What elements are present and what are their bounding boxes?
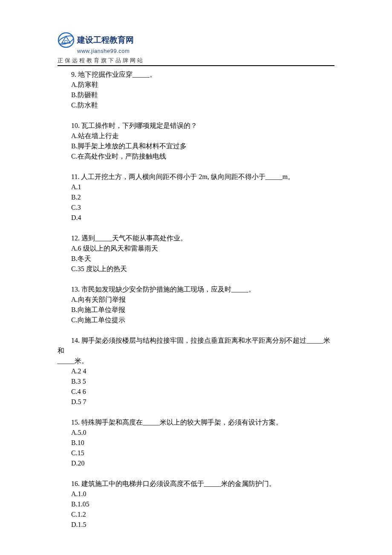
question-text: 15. 特殊脚手架和高度在_____米以上的较大脚手架，必须有设计方案。 <box>58 417 334 428</box>
option: B.防砸鞋 <box>58 90 334 100</box>
page: 建设工程教育网 www.jianshe99.com 正保远程教育旗下品牌网站 9… <box>0 0 392 555</box>
question-12: 12. 遇到_____天气不能从事高处作业。 A.6 级以上的风天和雷暴雨天 B… <box>58 233 334 274</box>
option: D.4 <box>58 213 334 223</box>
question-text: 9. 地下挖掘作业应穿_____。 <box>58 69 334 80</box>
option: B.冬天 <box>58 254 334 264</box>
option: C.4 6 <box>58 387 334 397</box>
question-16: 16. 建筑施工中的电梯井口必须设高度不低于_____米的金属防护门。 A.1.… <box>58 479 334 530</box>
option: B.1.05 <box>58 499 334 509</box>
option: D.1.5 <box>58 520 334 530</box>
question-13: 13. 市民如发现缺少安全防护措施的施工现场，应及时_____。 A.向有关部门… <box>58 284 334 325</box>
question-10: 10. 瓦工操作时，下列哪项规定是错误的？ A.站在墙上行走 B.脚手架上堆放的… <box>58 121 334 162</box>
question-text: 10. 瓦工操作时，下列哪项规定是错误的？ <box>58 121 334 131</box>
option: A.防寒鞋 <box>58 80 334 90</box>
question-15: 15. 特殊脚手架和高度在_____米以上的较大脚手架，必须有设计方案。 A.5… <box>58 417 334 468</box>
option: C.3 <box>58 202 334 213</box>
content: 9. 地下挖掘作业应穿_____。 A.防寒鞋 B.防砸鞋 C.防水鞋 10. … <box>58 69 334 530</box>
option: D.20 <box>58 458 334 468</box>
question-text: 12. 遇到_____天气不能从事高处作业。 <box>58 233 334 243</box>
header: 建设工程教育网 www.jianshe99.com 正保远程教育旗下品牌网站 <box>58 32 334 66</box>
option: D.5 7 <box>58 397 334 407</box>
option: C.防水鞋 <box>58 100 334 110</box>
question-14: 14. 脚手架必须按楼层与结构拉接牢固，拉接点垂直距离和水平距离分别不超过___… <box>58 335 334 407</box>
option: B.向施工单位举报 <box>58 305 334 315</box>
option: A.向有关部门举报 <box>58 295 334 305</box>
option: A.站在墙上行走 <box>58 131 334 141</box>
option: A.1.0 <box>58 489 334 499</box>
question-text-cont: _____米。 <box>58 356 334 366</box>
option: B.2 <box>58 192 334 202</box>
question-text: 16. 建筑施工中的电梯井口必须设高度不低于_____米的金属防护门。 <box>58 479 334 489</box>
option: A.1 <box>58 182 334 192</box>
question-text: 11. 人工开挖土方，两人横向间距不得小于 2m, 纵向间距不得小于_____m… <box>58 172 334 182</box>
question-text: 13. 市民如发现缺少安全防护措施的施工现场，应及时_____。 <box>58 284 334 295</box>
logo-icon <box>58 32 75 48</box>
option: B.3 5 <box>58 376 334 387</box>
brand-url: www.jianshe99.com <box>77 47 334 55</box>
option: B.脚手架上堆放的工具和材料不宜过多 <box>58 141 334 151</box>
option: C.35 度以上的热天 <box>58 264 334 274</box>
option: C.向施工单位提示 <box>58 315 334 325</box>
svg-rect-2 <box>65 40 67 43</box>
brand-tagline: 正保远程教育旗下品牌网站 <box>58 56 334 65</box>
option: A.2 4 <box>58 366 334 376</box>
option: A.5.0 <box>58 428 334 438</box>
svg-point-0 <box>58 33 74 47</box>
option: C.1.2 <box>58 509 334 520</box>
brand-name: 建设工程教育网 <box>77 34 134 46</box>
question-9: 9. 地下挖掘作业应穿_____。 A.防寒鞋 B.防砸鞋 C.防水鞋 <box>58 69 334 110</box>
option: B.10 <box>58 438 334 448</box>
question-text: 14. 脚手架必须按楼层与结构拉接牢固，拉接点垂直距离和水平距离分别不超过___… <box>58 335 334 356</box>
option: C.在高处作业时，严防接触电线 <box>58 151 334 162</box>
option: C.15 <box>58 448 334 458</box>
logo-row: 建设工程教育网 <box>58 32 334 48</box>
question-11: 11. 人工开挖土方，两人横向间距不得小于 2m, 纵向间距不得小于_____m… <box>58 172 334 223</box>
header-divider <box>58 65 334 66</box>
option: A.6 级以上的风天和雷暴雨天 <box>58 243 334 254</box>
